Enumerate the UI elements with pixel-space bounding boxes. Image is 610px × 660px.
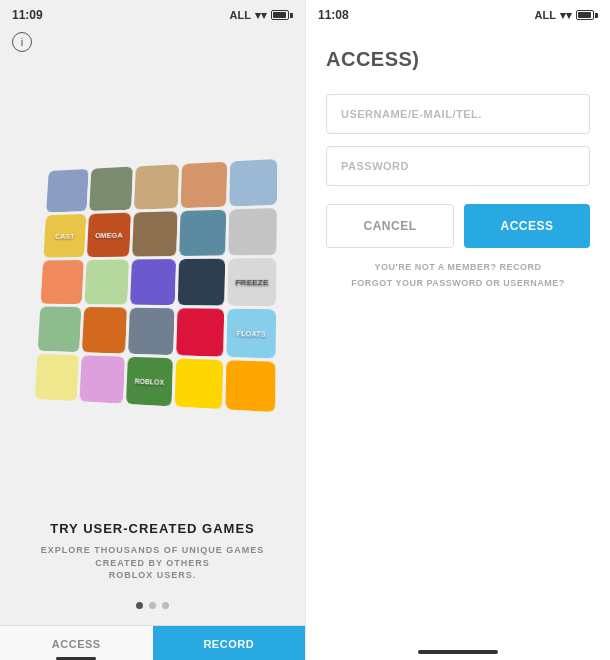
status-icons-right: ALL ▾▾ (535, 9, 598, 22)
action-buttons-row: CANCEL ACCESS (326, 204, 590, 248)
game-tile[interactable] (84, 259, 129, 304)
game-tile[interactable]: CAST (43, 214, 86, 258)
access-button[interactable]: ACCESS (464, 204, 590, 248)
access-title-text: ACCESS (326, 48, 412, 70)
game-tile[interactable] (128, 307, 175, 355)
game-tile[interactable] (176, 308, 224, 357)
info-label: i (21, 36, 23, 48)
forgot-password-link[interactable]: FORGOT YOUR PASSWORD OR USERNAME? (326, 278, 590, 288)
games-grid-container: CAST OMEGA FREEZE FLOATS ROBLOX (0, 68, 305, 495)
time-right: 11:08 (318, 8, 349, 22)
time-left: 11:09 (12, 8, 43, 22)
status-bar-right: 11:08 ALL ▾▾ (306, 0, 610, 26)
game-tile[interactable]: ROBLOX (125, 356, 172, 406)
left-panel: 11:09 ALL ▾▾ i CAST OMEGA (0, 0, 305, 660)
game-tile[interactable] (228, 208, 277, 256)
game-tile[interactable]: FREEZE (227, 258, 276, 306)
network-label-right: ALL (535, 9, 556, 21)
nav-access-tab[interactable]: ACCESS (0, 626, 153, 660)
status-icons-left: ALL ▾▾ (230, 9, 293, 22)
game-tile[interactable] (225, 360, 275, 412)
game-tile[interactable] (229, 159, 277, 206)
games-grid: CAST OMEGA FREEZE FLOATS ROBLOX (34, 159, 277, 412)
game-tile[interactable] (132, 211, 178, 257)
nav-record-tab[interactable]: RECORD (153, 626, 306, 660)
cancel-button[interactable]: CANCEL (326, 204, 454, 248)
right-panel: 11:08 ALL ▾▾ ACCESS) CANCEL ACCESS YOU'R… (305, 0, 610, 660)
promo-text-section: TRY USER-CREATED GAMES EXPLORE THOUSANDS… (0, 505, 305, 592)
access-title: ACCESS) (326, 46, 590, 72)
game-tile[interactable] (130, 259, 176, 305)
bottom-bar-right (306, 630, 610, 660)
wifi-icon-right: ▾▾ (560, 9, 572, 22)
game-tile[interactable] (180, 161, 227, 207)
dot-2[interactable] (149, 602, 156, 609)
nav-record-label: RECORD (203, 638, 254, 650)
battery-icon-right (576, 10, 598, 20)
game-tile[interactable]: OMEGA (86, 212, 130, 257)
game-tile[interactable] (81, 307, 126, 354)
not-member-link[interactable]: YOU'RE NOT A MEMBER? RECORD (326, 262, 590, 272)
username-input[interactable] (326, 94, 590, 134)
info-icon[interactable]: i (12, 32, 32, 52)
game-tile[interactable] (46, 169, 89, 213)
home-indicator (418, 650, 498, 654)
game-tile[interactable] (133, 164, 178, 209)
game-tile[interactable] (37, 306, 81, 352)
battery-icon-left (271, 10, 293, 20)
game-tile[interactable] (40, 260, 83, 304)
game-tile[interactable] (89, 166, 133, 211)
game-tile[interactable]: FLOATS (226, 308, 276, 358)
game-tile[interactable] (79, 355, 125, 404)
carousel-dots (0, 592, 305, 625)
status-bar-left: 11:09 ALL ▾▾ (0, 0, 305, 26)
game-tile[interactable] (179, 209, 226, 255)
dot-1[interactable] (136, 602, 143, 609)
nav-access-label: ACCESS (52, 638, 101, 650)
bottom-nav-left: ACCESS RECORD (0, 625, 305, 660)
game-tile[interactable] (34, 353, 78, 400)
game-tile[interactable] (174, 358, 223, 409)
wifi-icon-left: ▾▾ (255, 9, 267, 22)
access-title-bracket: ) (412, 48, 419, 70)
promo-title: TRY USER-CREATED GAMES (24, 521, 281, 536)
network-label-left: ALL (230, 9, 251, 21)
promo-subtitle: EXPLORE THOUSANDS OF UNIQUE GAMES CREATE… (24, 544, 281, 582)
dot-3[interactable] (162, 602, 169, 609)
game-tile[interactable] (177, 258, 225, 305)
login-content: ACCESS) CANCEL ACCESS YOU'RE NOT A MEMBE… (306, 26, 610, 630)
password-input[interactable] (326, 146, 590, 186)
